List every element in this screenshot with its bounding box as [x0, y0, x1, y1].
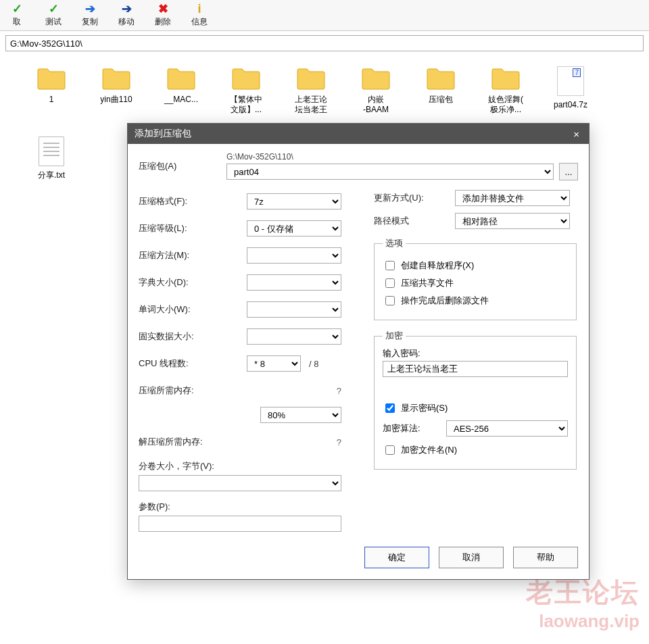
cross-icon: ✖	[155, 1, 170, 16]
mem-decompress-help: ?	[332, 437, 341, 447]
level-label: 压缩等级(L):	[139, 222, 247, 234]
ok-button[interactable]: 确定	[364, 547, 429, 568]
file-item[interactable]: 分享.txt	[30, 137, 73, 180]
solid-select[interactable]	[247, 328, 341, 345]
file-item[interactable]: 妓色淫舞(极乐净...	[484, 66, 527, 115]
folder-icon	[361, 66, 391, 91]
toolbar-info[interactable]: i 信息	[185, 1, 214, 28]
file-item[interactable]: 【繁体中文版】...	[224, 66, 268, 115]
format-select[interactable]: 7z	[247, 193, 341, 209]
file-item[interactable]: 上老王论坛当老王	[289, 66, 333, 115]
arrow-right-icon: ➔	[82, 1, 97, 16]
file-name: 坛当老王	[295, 105, 327, 115]
path-input[interactable]	[5, 35, 644, 51]
cancel-button[interactable]: 取消	[439, 547, 504, 568]
dictionary-select[interactable]	[247, 274, 341, 291]
close-icon[interactable]: ×	[571, 128, 582, 140]
options-legend: 选项	[383, 237, 406, 249]
word-label: 单词大小(W):	[139, 303, 247, 316]
archive-label: 压缩包(A)	[139, 160, 226, 172]
delete-after-checkbox-row[interactable]: 操作完成后删除源文件	[383, 294, 568, 307]
file-name: 妓色淫舞(	[488, 95, 523, 105]
encrypt-names-row[interactable]: 加密文件名(N)	[383, 443, 568, 457]
folder-icon	[491, 66, 521, 91]
right-column: 更新方式(U): 添加并替换文件 路径模式 相对路径 选项 创建自释放程序(X)	[374, 190, 577, 532]
encrypt-names-checkbox[interactable]	[385, 445, 395, 455]
file-item[interactable]: __MAC...	[160, 66, 203, 115]
file-item[interactable]: 内嵌-BAAM	[354, 66, 398, 115]
main-toolbar: ✓ 取 ✓ 测试 ➔ 复制 ➔ 移动 ✖ 删除 i 信息	[0, 0, 649, 31]
mem-decompress-label: 解压缩所需内存:	[139, 436, 332, 448]
folder-icon	[37, 66, 66, 91]
dialog-titlebar: 添加到压缩包 ×	[128, 124, 589, 144]
mem-compress-select[interactable]: 80%	[260, 407, 341, 423]
archive-icon	[557, 66, 584, 96]
share-checkbox[interactable]	[385, 278, 395, 288]
method-label: 压缩方法(M):	[139, 249, 247, 262]
enc-algo-select[interactable]: AES-256	[446, 420, 568, 437]
password-input[interactable]	[383, 361, 568, 377]
cpu-threads-select[interactable]: * 8	[247, 355, 301, 372]
toolbar-delete[interactable]: ✖ 删除	[149, 1, 177, 28]
file-item[interactable]: 1	[30, 66, 73, 115]
mem-compress-label: 压缩所需内存:	[139, 385, 332, 397]
file-name: 【繁体中	[230, 95, 262, 105]
split-size-select[interactable]	[139, 475, 341, 491]
options-group: 选项 创建自释放程序(X) 压缩共享文件 操作完成后删除源文件	[374, 237, 577, 320]
enc-algo-label: 加密算法:	[383, 422, 441, 435]
check-icon: ✓	[9, 1, 24, 16]
update-label: 更新方式(U):	[374, 192, 455, 204]
params-input[interactable]	[139, 516, 341, 532]
file-name: 分享.txt	[38, 170, 65, 180]
update-mode-select[interactable]: 添加并替换文件	[455, 190, 570, 206]
text-file-icon	[39, 137, 64, 166]
level-select[interactable]: 0 - 仅存储	[247, 220, 341, 237]
pathmode-label: 路径模式	[374, 215, 455, 227]
sfx-checkbox[interactable]	[385, 261, 395, 270]
folder-icon	[296, 66, 326, 91]
folder-icon	[426, 66, 456, 91]
cpu-total: / 8	[309, 359, 318, 369]
file-name: part04.7z	[554, 100, 587, 110]
browse-button[interactable]: ...	[559, 163, 578, 180]
info-icon: i	[192, 1, 207, 16]
add-to-archive-dialog: 添加到压缩包 × 压缩包(A) G:\Mov-352G\110\ part04 …	[127, 123, 590, 580]
folder-icon	[101, 66, 131, 91]
help-button[interactable]: 帮助	[513, 547, 578, 568]
file-name: -BAAM	[363, 105, 389, 115]
file-name: 1	[49, 95, 54, 105]
delete-after-checkbox[interactable]	[385, 296, 395, 305]
watermark: 老王论坛 laowang.vip	[526, 574, 640, 632]
left-column: 压缩格式(F): 7z 压缩等级(L): 0 - 仅存储 压缩方法(M): 字典…	[139, 190, 341, 532]
file-item[interactable]: part04.7z	[549, 66, 592, 115]
file-name: __MAC...	[164, 95, 198, 105]
show-password-checkbox[interactable]	[385, 403, 395, 413]
arrow-right-icon: ➔	[119, 1, 134, 16]
toolbar-copy[interactable]: ➔ 复制	[76, 1, 104, 28]
word-select[interactable]	[247, 301, 341, 318]
check-icon: ✓	[46, 1, 61, 16]
file-item[interactable]: 压缩包	[419, 66, 462, 115]
encryption-group: 加密 输入密码: 显示密码(S) 加密算法: AES-256 加密文件名(N)	[374, 330, 577, 470]
show-password-row[interactable]: 显示密码(S)	[383, 401, 568, 415]
toolbar-move[interactable]: ➔ 移动	[112, 1, 141, 28]
folder-icon	[231, 66, 261, 91]
dialog-buttons: 确定 取消 帮助	[128, 536, 589, 579]
share-checkbox-row[interactable]: 压缩共享文件	[383, 276, 568, 290]
archive-name-select[interactable]: part04	[226, 164, 554, 180]
file-name: 内嵌	[368, 95, 384, 105]
dictionary-label: 字典大小(D):	[139, 276, 247, 289]
file-name: 极乐净...	[490, 105, 521, 115]
folder-icon	[166, 66, 196, 91]
cpu-label: CPU 线程数:	[139, 357, 247, 370]
dialog-title: 添加到压缩包	[135, 128, 191, 140]
method-select[interactable]	[247, 247, 341, 264]
sfx-checkbox-row[interactable]: 创建自释放程序(X)	[383, 259, 568, 272]
file-name: 压缩包	[429, 95, 453, 105]
toolbar-extract[interactable]: ✓ 取	[3, 1, 31, 28]
pathmode-select[interactable]: 相对路径	[455, 213, 570, 229]
archive-path: G:\Mov-352G\110\	[226, 152, 578, 162]
file-item[interactable]: yin曲110	[95, 66, 138, 115]
toolbar-test[interactable]: ✓ 测试	[39, 1, 68, 28]
file-name: 上老王论	[295, 95, 327, 105]
